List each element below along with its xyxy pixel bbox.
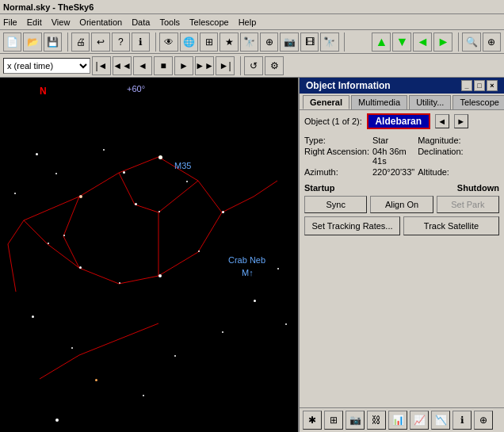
scope-button[interactable]: 🔭 <box>240 32 258 52</box>
film-button[interactable]: 🎞 <box>300 32 319 52</box>
close-button[interactable]: × <box>487 80 498 91</box>
separator-4 <box>456 32 459 52</box>
menu-telescope[interactable]: Telescope <box>189 17 229 27</box>
time-select[interactable]: x (real time) 1x 10x 100x <box>3 58 90 74</box>
step-first[interactable]: |◄ <box>92 56 111 75</box>
link2-button[interactable]: ⛓ <box>367 411 386 430</box>
extra-button[interactable]: ⊕ <box>474 411 493 430</box>
find-button[interactable]: ⊕ <box>483 32 501 52</box>
set-park-button[interactable]: Set Park <box>437 196 499 213</box>
svg-line-20 <box>8 244 16 292</box>
separator-3 <box>342 32 346 52</box>
svg-line-14 <box>135 205 158 212</box>
svg-line-16 <box>158 181 198 212</box>
menu-edit[interactable]: Edit <box>27 17 42 27</box>
menu-view[interactable]: View <box>52 17 71 27</box>
arrow-right-button[interactable]: ► <box>433 32 452 52</box>
star <box>158 211 160 212</box>
arrow-down-button[interactable]: ▼ <box>392 32 411 52</box>
star <box>143 395 144 396</box>
zoom-in-button[interactable]: 🔍 <box>462 32 480 52</box>
dec-label: +60° <box>127 84 145 94</box>
menu-bar: File Edit View Orientation Data Tools Te… <box>0 14 504 30</box>
star <box>63 235 65 236</box>
star <box>79 266 82 269</box>
svg-line-22 <box>79 339 119 355</box>
tab-general[interactable]: General <box>303 95 349 109</box>
grid-button[interactable]: ⊞ <box>200 32 218 52</box>
step-play[interactable]: ► <box>174 56 193 75</box>
target-button[interactable]: ⊕ <box>260 32 278 52</box>
startup-buttons: Sync Align On Set Park <box>304 196 499 213</box>
arrow-left-button[interactable]: ◄ <box>413 32 432 52</box>
minimize-button[interactable]: _ <box>461 80 472 91</box>
star-button[interactable]: ★ <box>220 32 238 52</box>
print-button[interactable]: 🖨 <box>71 32 90 52</box>
star <box>135 203 137 205</box>
save-button[interactable]: 💾 <box>44 32 62 52</box>
chart3-button[interactable]: 📉 <box>431 411 450 430</box>
step-play-back[interactable]: ◄ <box>133 56 152 75</box>
binoculars-button[interactable]: 🔭 <box>320 32 338 52</box>
new-button[interactable]: 📄 <box>3 32 21 52</box>
asterisk-button[interactable]: ✱ <box>303 411 322 430</box>
set-tracking-rates-button[interactable]: Set Tracking Rates... <box>304 216 400 235</box>
star <box>32 315 34 318</box>
type-label: Type: <box>304 136 369 145</box>
chart1-button[interactable]: 📊 <box>388 411 407 430</box>
svg-line-7 <box>119 276 158 284</box>
menu-help[interactable]: Help <box>239 17 257 27</box>
step-back[interactable]: ◄◄ <box>113 56 132 75</box>
sync-button[interactable]: Sync <box>304 196 367 213</box>
grid2-button[interactable]: ⊞ <box>324 411 343 430</box>
undo-button[interactable]: ↩ <box>91 32 109 52</box>
star <box>158 274 162 277</box>
menu-file[interactable]: File <box>3 17 17 27</box>
star <box>186 181 188 182</box>
maximize-button[interactable]: □ <box>474 80 485 91</box>
svg-line-2 <box>119 157 158 173</box>
menu-orientation[interactable]: Orientation <box>79 17 122 27</box>
az-value: 220°20'33" <box>372 167 414 177</box>
m35-label: M35 <box>174 161 191 170</box>
orange-star <box>95 379 97 381</box>
star <box>55 173 57 174</box>
track-satellite-button[interactable]: Track Satellite <box>403 216 499 235</box>
startup-section: Startup Shutdown Sync Align On Set Park … <box>300 180 504 239</box>
arrow-up-button[interactable]: ▲ <box>372 32 391 52</box>
open-button[interactable]: 📂 <box>23 32 41 52</box>
tab-multimedia[interactable]: Multimedia <box>351 95 407 109</box>
menu-tools[interactable]: Tools <box>159 17 180 27</box>
next-object-button[interactable]: ► <box>454 114 468 128</box>
stop-button[interactable]: ■ <box>154 56 173 75</box>
help-button[interactable]: ? <box>112 32 130 52</box>
ra-label: Right Ascension: <box>304 147 369 156</box>
svg-line-9 <box>48 244 79 268</box>
svg-line-6 <box>158 252 198 276</box>
info2-button[interactable]: ℹ <box>452 411 472 430</box>
camera2-button[interactable]: 📷 <box>346 411 365 430</box>
title-text: Normal.sky - TheSky6 <box>3 2 94 12</box>
svg-line-13 <box>119 173 135 205</box>
info-button[interactable]: ℹ <box>132 32 150 52</box>
chart2-button[interactable]: 📈 <box>410 411 429 430</box>
step-last[interactable]: ►| <box>216 56 235 75</box>
tab-utility[interactable]: Utility... <box>409 95 451 109</box>
star <box>55 419 59 422</box>
camera-button[interactable]: 📷 <box>280 32 298 52</box>
svg-line-8 <box>79 268 119 284</box>
star <box>254 300 256 302</box>
prev-object-button[interactable]: ◄ <box>435 114 449 128</box>
menu-data[interactable]: Data <box>132 17 150 27</box>
dec-label-field: Declination: <box>418 147 463 156</box>
align-on-button[interactable]: Align On <box>370 196 433 213</box>
svg-line-1 <box>79 173 119 197</box>
step-forward[interactable]: ►► <box>195 56 214 75</box>
settings-button[interactable]: ⚙ <box>265 56 284 75</box>
tab-telescope[interactable]: Telescope <box>452 95 504 109</box>
sky-view[interactable]: N +60° M35 Crab Neb M↑ <box>0 78 298 432</box>
refresh-button[interactable]: ↺ <box>244 56 263 75</box>
globe-button[interactable]: 🌐 <box>180 32 198 52</box>
panel-title: Object Information <box>306 80 391 91</box>
eye-button[interactable]: 👁 <box>159 32 178 52</box>
